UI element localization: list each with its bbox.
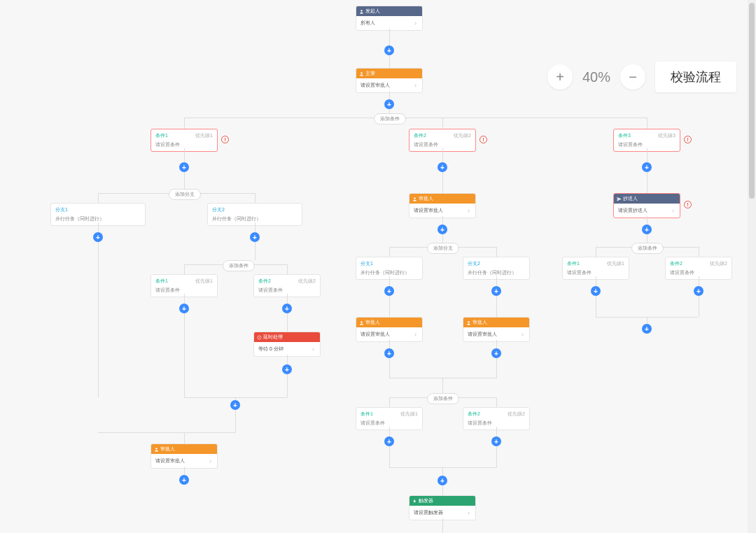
add-button[interactable]: + bbox=[282, 364, 292, 374]
node-body: 请设置审批人 bbox=[155, 457, 185, 464]
svg-point-1 bbox=[360, 72, 362, 73]
add-button[interactable]: + bbox=[642, 324, 652, 334]
cond-body: 请设置条件 bbox=[258, 287, 316, 294]
user-icon bbox=[359, 71, 364, 76]
connector bbox=[596, 247, 596, 257]
connector bbox=[184, 467, 185, 475]
connector bbox=[389, 247, 390, 257]
node-delay[interactable]: 延时处理 等待 0 分钟 bbox=[253, 332, 321, 357]
chevron-right-icon bbox=[413, 332, 418, 337]
node-approver-left[interactable]: 审批人 请设置审批人 bbox=[150, 443, 218, 469]
branch-name: 分支1 bbox=[55, 206, 68, 213]
node-body: 请设置抄送人 bbox=[618, 207, 648, 214]
connector bbox=[389, 358, 390, 378]
cond-priority: 优先级1 bbox=[195, 132, 213, 139]
zoom-out-button[interactable]: − bbox=[620, 64, 645, 90]
add-button[interactable]: + bbox=[438, 476, 447, 485]
connector bbox=[389, 276, 390, 286]
node-title: 触发器 bbox=[419, 497, 433, 504]
connector bbox=[442, 234, 443, 243]
add-button[interactable]: + bbox=[642, 225, 652, 234]
connector bbox=[496, 247, 497, 257]
scrollbar-thumb[interactable] bbox=[749, 3, 755, 199]
connector bbox=[389, 467, 497, 468]
connector bbox=[442, 378, 443, 393]
connector bbox=[255, 222, 255, 232]
connector bbox=[184, 118, 185, 129]
connector bbox=[184, 172, 185, 189]
connector bbox=[458, 247, 496, 248]
add-button[interactable]: + bbox=[438, 162, 447, 172]
add-button[interactable]: + bbox=[491, 348, 501, 358]
add-condition-gate[interactable]: 添加条件 bbox=[631, 243, 664, 254]
branch-body: 并行任务（同时进行） bbox=[468, 269, 525, 276]
add-button[interactable]: + bbox=[230, 400, 240, 410]
cond-body: 请设置条件 bbox=[670, 269, 727, 276]
validate-button[interactable]: 校验流程 bbox=[655, 62, 736, 92]
zoom-in-button[interactable]: + bbox=[547, 64, 573, 90]
branch-name: 分支2 bbox=[468, 260, 480, 267]
add-button[interactable]: + bbox=[642, 162, 652, 172]
add-button[interactable]: + bbox=[179, 475, 189, 485]
cond-body: 请设置条件 bbox=[468, 420, 525, 427]
connector bbox=[389, 55, 390, 68]
node-supervisor[interactable]: 主管 请设置审批人 bbox=[356, 68, 423, 93]
scrollbar[interactable] bbox=[748, 0, 756, 533]
add-button[interactable]: + bbox=[250, 232, 260, 242]
connector bbox=[442, 216, 443, 225]
connector bbox=[287, 294, 288, 304]
add-condition-gate[interactable]: 添加条件 bbox=[223, 260, 255, 271]
connector bbox=[184, 432, 185, 443]
cond-name: 条件2 bbox=[670, 260, 682, 267]
cond-priority: 优先级2 bbox=[710, 260, 727, 267]
add-button[interactable]: + bbox=[384, 99, 394, 109]
add-button[interactable]: + bbox=[384, 286, 394, 296]
add-button[interactable]: + bbox=[93, 232, 103, 242]
add-button[interactable]: + bbox=[384, 348, 394, 358]
connector bbox=[442, 172, 443, 193]
connector bbox=[496, 397, 497, 407]
connector bbox=[496, 296, 497, 317]
add-button[interactable]: + bbox=[384, 45, 394, 55]
cond-name: 条件1 bbox=[360, 411, 373, 418]
cond-name: 条件2 bbox=[258, 278, 271, 285]
node-body: 请设置审批人 bbox=[468, 331, 497, 338]
cond-body: 请设置条件 bbox=[414, 141, 471, 148]
svg-point-5 bbox=[360, 321, 362, 322]
clock-icon bbox=[257, 335, 262, 340]
connector bbox=[647, 216, 648, 225]
add-button[interactable]: + bbox=[384, 436, 394, 446]
branch-body: 并行任务（同时进行） bbox=[360, 269, 418, 276]
branch-body: 并行任务（同时进行） bbox=[55, 215, 141, 222]
add-button[interactable]: + bbox=[179, 162, 189, 172]
cond-body: 请设置条件 bbox=[618, 141, 676, 148]
add-branch-gate[interactable]: 添加分支 bbox=[427, 243, 459, 254]
add-button[interactable]: + bbox=[438, 225, 447, 234]
add-button[interactable]: + bbox=[491, 286, 501, 296]
user-icon bbox=[154, 447, 159, 452]
node-body: 所有人 bbox=[360, 20, 375, 27]
node-approver-b2[interactable]: 审批人 请设置审批人 bbox=[463, 317, 530, 342]
add-button[interactable]: + bbox=[282, 304, 292, 313]
add-condition-gate[interactable]: 添加条件 bbox=[427, 393, 459, 404]
add-button[interactable]: + bbox=[591, 286, 601, 296]
connector bbox=[184, 294, 185, 304]
node-approver-b1[interactable]: 审批人 请设置审批人 bbox=[356, 317, 423, 342]
svg-point-0 bbox=[360, 10, 362, 11]
connector bbox=[442, 485, 443, 495]
connector bbox=[442, 148, 443, 162]
branch-body: 并行任务（同时进行） bbox=[212, 215, 298, 222]
connector bbox=[389, 397, 390, 407]
node-trigger[interactable]: 触发器 请设置触发器 bbox=[409, 495, 476, 520]
connector bbox=[389, 91, 390, 99]
node-title: 抄送人 bbox=[623, 195, 638, 202]
add-button[interactable]: + bbox=[491, 436, 501, 446]
node-title: 审批人 bbox=[472, 319, 487, 326]
add-button[interactable]: + bbox=[694, 286, 704, 296]
add-branch-gate[interactable]: 添加分支 bbox=[169, 189, 201, 200]
node-cc[interactable]: 抄送人 请设置抄送人 bbox=[613, 193, 680, 218]
add-button[interactable]: + bbox=[179, 304, 189, 313]
node-originator[interactable]: 发起人 所有人 bbox=[356, 6, 423, 31]
add-condition-gate[interactable]: 添加条件 bbox=[374, 113, 406, 125]
node-approver-a[interactable]: 审批人 请设置审批人 bbox=[409, 193, 476, 218]
